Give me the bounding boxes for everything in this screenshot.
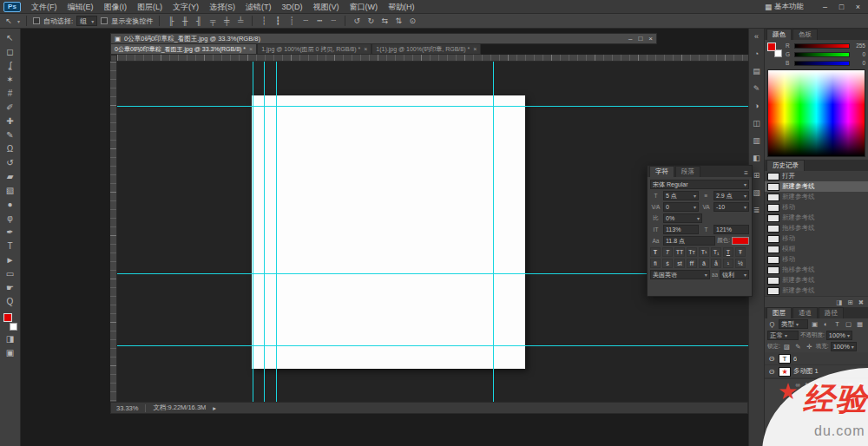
clone-stamp-tool[interactable]: Ω [1,141,20,155]
horizontal-guide[interactable] [117,345,748,346]
history-brush-tool[interactable]: ↺ [1,155,20,169]
blue-slider[interactable] [794,61,850,66]
history-state[interactable]: 移动 [765,233,868,244]
subscript-toggle[interactable]: T₁ [711,247,721,257]
app-close-button[interactable]: × [851,1,865,13]
distribute-left-icon[interactable]: ┄ [300,16,311,25]
3d-roll-icon[interactable]: ↻ [365,16,376,25]
delete-state-icon[interactable]: ✖ [858,298,864,306]
filter-adjustment-layers-icon[interactable]: ◐ [821,320,831,328]
panel-color-swatches[interactable] [767,43,783,58]
distribute-right-icon[interactable]: ┈ [328,16,339,25]
quick-mask-mode-button[interactable]: ◨ [1,331,20,345]
history-state[interactable]: 模糊 [765,244,868,254]
text-color-swatch[interactable] [732,237,749,245]
eyedropper-tool[interactable]: ✐ [1,100,20,114]
distribute-top-icon[interactable]: ┆ [259,16,269,25]
brush-tool[interactable]: ✎ [1,128,20,141]
menu-view[interactable]: 视图(V) [308,0,345,14]
document-title-bar[interactable]: ▣ 0公章0码0印章粽_看图王.jpg @ 33.3%(RGB/8) – □ × [110,33,657,44]
contextual-alternates-toggle[interactable]: ś [662,259,673,268]
foreground-color-swatch[interactable] [767,43,776,51]
tab-paragraph[interactable]: 段落 [675,166,700,177]
expand-panels-icon[interactable]: « [750,30,764,42]
superscript-toggle[interactable]: T¹ [699,247,709,257]
all-caps-toggle[interactable]: TT [674,247,685,257]
horizontal-ruler[interactable] [117,55,748,62]
move-tool[interactable]: ↖ [1,30,20,44]
layer-name[interactable]: 多动图 1 [793,367,819,376]
layer-thumbnail[interactable]: T [779,354,791,364]
document-tab-1[interactable]: 0公章0码0印章粽_看图王.jpg @ 33.3%(RGB/8) * × [110,44,257,55]
history-state[interactable]: 移动 [765,202,868,213]
dodge-tool[interactable]: φ [1,211,20,225]
rectangular-marquee-tool[interactable]: ◻ [1,44,20,58]
brush-panel-icon[interactable]: ✎ [750,82,764,94]
lasso-tool[interactable]: ʆ [1,58,20,72]
new-snapshot-icon[interactable]: ◨ [836,298,842,306]
titling-alternates-toggle[interactable]: å [711,259,721,268]
filter-shape-layers-icon[interactable]: ▢ [844,320,853,328]
layer-row-text[interactable]: ʘ T 6 [765,352,868,365]
horizontal-scale-field[interactable]: 121% [713,225,749,234]
font-family-select[interactable]: 宋体 Regular ▾ [650,180,749,189]
red-slider[interactable] [794,43,850,49]
underline-toggle[interactable]: T [723,247,733,257]
align-top-edges-icon[interactable]: ╤ [207,16,218,25]
visibility-eye-icon[interactable]: ʘ [767,368,776,376]
blend-mode-select[interactable]: 正常 ▾ [767,331,799,340]
history-state-selected[interactable]: 新建参考线 [765,181,868,192]
faux-italic-toggle[interactable]: T [662,247,673,257]
properties-panel-icon[interactable]: ◧ [750,152,764,163]
menu-filter[interactable]: 滤镜(T) [240,0,277,14]
menu-layer[interactable]: 图层(L) [132,0,168,14]
tracking-select[interactable]: -10 ▾ [713,202,749,212]
current-tool-icon[interactable]: ↖ [3,16,14,25]
green-value[interactable]: 0 [852,51,865,57]
tab-swatches[interactable]: 色板 [792,29,818,40]
ruler-origin-corner[interactable] [110,55,117,62]
menu-image[interactable]: 图像(I) [99,0,133,14]
filter-type-layers-icon[interactable]: T [832,320,842,328]
standard-ligatures-toggle[interactable]: ﬁ [650,259,661,268]
document-tab-3[interactable]: 1(1).jpg @ 100%(码印章, RGB/8) * × [372,44,481,55]
doc-restore-button[interactable]: □ [638,35,642,43]
lock-image-pixels-icon[interactable]: ✎ [793,343,803,351]
small-caps-toggle[interactable]: Tᴛ [687,247,697,257]
hand-tool[interactable]: ☛ [1,280,20,294]
character-panel-header[interactable]: 字符 段落 ≡ [648,166,752,177]
discretionary-ligatures-toggle[interactable]: st [674,259,685,268]
fractions-toggle[interactable]: ½ [735,259,746,268]
background-color-swatch[interactable] [10,323,17,331]
type-tool[interactable]: T [1,239,20,253]
panel-menu-icon[interactable]: ≡ [742,169,750,177]
new-doc-from-state-icon[interactable]: ⊞ [847,298,852,306]
history-state[interactable]: 新建参考线 [765,192,868,202]
proportional-spacing-select[interactable]: 0% ▾ [663,213,702,223]
layer-thumbnail[interactable]: ★ [781,368,787,376]
menu-window[interactable]: 窗口(W) [345,0,384,14]
menu-help[interactable]: 帮助(H) [383,0,420,14]
faux-bold-toggle[interactable]: T [650,247,661,257]
3d-scale-icon[interactable]: ⊙ [407,16,418,25]
baseline-shift-field[interactable]: 11.8 点 [663,236,715,246]
align-bottom-edges-icon[interactable]: ╧ [235,16,246,25]
healing-brush-tool[interactable]: ✚ [1,114,20,128]
path-selection-tool[interactable]: ► [1,253,20,266]
app-minimize-button[interactable]: – [818,1,832,13]
tab-history[interactable]: 历史记录 [766,160,805,171]
font-size-select[interactable]: 5 点 ▾ [663,191,699,200]
history-state[interactable]: 新建参考线 [765,275,868,285]
history-state[interactable]: 新建参考线 [765,285,868,296]
foreground-color-swatch[interactable] [3,313,12,322]
blue-value[interactable]: 0 [852,60,865,66]
menu-3d[interactable]: 3D(D) [277,0,308,14]
history-state[interactable]: 拖移参考线 [765,265,868,275]
layer-name[interactable]: 6 [793,355,797,363]
ordinals-toggle[interactable]: ¹ [723,259,733,268]
3d-slide-icon[interactable]: ⇅ [393,16,404,25]
zoom-tool[interactable]: Q [1,294,20,308]
anti-alias-select[interactable]: 锐利 ▾ [720,270,749,279]
tab-close-icon[interactable]: × [364,46,367,52]
distribute-horizontal-centers-icon[interactable]: ┅ [314,16,325,25]
